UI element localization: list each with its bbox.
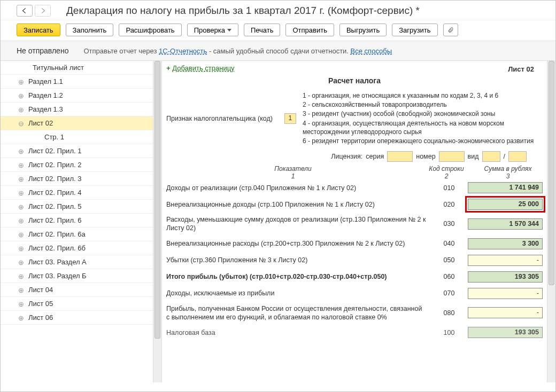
status-bar: Не отправлено Отправьте отчет через 1С-О… [1,41,555,61]
nav-back-button[interactable] [17,5,33,17]
send-button[interactable]: Отправить [285,23,334,36]
tree-item-label: Лист 02. Прил. 4 [28,189,81,197]
expand-icon[interactable]: ⊕ [18,231,24,238]
expand-icon[interactable]: ⊕ [18,315,24,321]
nav-forward-button[interactable] [35,5,51,17]
tree-item-label: Лист 02. Прил. 5 [28,202,81,210]
section-title: Расчет налога [166,76,543,85]
expand-icon[interactable]: ⊕ [18,162,24,168]
tree-item[interactable]: ⊕Лист 02. Прил. 3 [1,172,161,186]
row-code: 060 [430,273,468,280]
main-scrollbar[interactable] [547,61,555,382]
main-panel: + Добавить страницу Лист 02 Расчет налог… [162,61,555,382]
title-bar: Декларация по налогу на прибыль за 1 ква… [1,1,555,20]
attach-button[interactable] [443,23,458,36]
amount-cell[interactable]: 193 305 [468,327,543,338]
link-1c[interactable]: 1С-Отчетность [159,47,207,55]
amount-cell[interactable]: 25 000 [468,199,543,210]
check-button[interactable]: Проверка [187,23,238,36]
data-row: Налоговая база100193 305 [166,327,543,338]
row-code: 030 [430,220,468,228]
tree-scrollbar[interactable] [153,61,161,382]
expand-icon[interactable]: ⊕ [18,79,24,85]
expand-icon[interactable]: ⊕ [18,273,24,279]
amount-cell[interactable]: 1 741 949 [468,182,543,193]
license-number-cell[interactable] [439,151,465,162]
expand-icon[interactable]: ⊕ [18,190,24,196]
data-row: Убытки (стр.360 Приложения № 3 к Листу 0… [166,255,543,266]
tree-item-label: Лист 02. Прил. 1 [28,147,81,155]
status-label: Не отправлено [17,46,68,55]
tree-item[interactable]: ⊕Лист 02. Прил. 4 [1,186,161,200]
expand-icon[interactable]: ⊕ [18,106,24,113]
row-label: Прибыль, полученная Банком России от осу… [166,304,430,322]
tree-item[interactable]: ⊕Раздел 1.2 [1,89,161,103]
print-button[interactable]: Печать [244,23,281,36]
expand-icon[interactable] [22,65,28,71]
add-page: + Добавить страницу [166,64,543,72]
export-button[interactable]: Выгрузить [339,23,387,36]
tree-item[interactable]: ⊕Лист 02. Прил. 5 [1,200,161,214]
row-code: 040 [430,240,468,247]
tree-item[interactable]: ⊕Лист 02. Прил. 6б [1,241,161,255]
row-code: 080 [430,309,468,317]
license-series-cell[interactable] [387,151,413,162]
expand-icon[interactable]: ⊕ [18,203,24,210]
amount-cell[interactable]: 193 305 [468,271,543,283]
row-code: 020 [430,201,468,208]
tree-item-label: Лист 02 [28,119,53,127]
import-button[interactable]: Загрузить [392,23,437,36]
expand-icon[interactable]: ⊕ [18,148,24,154]
tree-list: Титульный лист⊕Раздел 1.1⊕Раздел 1.2⊕Раз… [1,61,161,325]
expand-icon[interactable] [22,134,28,140]
row-label: Внереализационные доходы (стр.100 Прилож… [166,200,430,209]
row-code: 100 [430,329,468,336]
row-label: Внереализационные расходы (стр.200+стр.3… [166,239,430,248]
tree-item[interactable]: ⊕Лист 02. Прил. 6а [1,228,161,241]
sheet-number: Лист 02 [508,65,534,73]
expand-icon[interactable]: ⊕ [18,301,24,307]
add-page-link[interactable]: Добавить страницу [172,64,234,72]
tree-item[interactable]: ⊕Лист 05 [1,297,161,311]
decode-button[interactable]: Расшифровать [119,23,181,36]
amount-cell[interactable]: - [468,255,543,266]
tree-item-label: Лист 02. Прил. 6а [28,230,86,238]
tree-item[interactable]: ⊕Лист 03. Раздел А [1,255,161,269]
tree-item[interactable]: ⊕Раздел 1.1 [1,75,161,89]
fill-button[interactable]: Заполнить [66,23,114,36]
expand-icon[interactable]: ⊕ [18,217,24,224]
license-type2-cell[interactable] [508,151,527,162]
expand-icon[interactable]: ⊕ [18,176,24,182]
tree-item[interactable]: ⊕Лист 02. Прил. 6 [1,214,161,228]
expand-icon[interactable]: ⊕ [18,287,24,293]
license-row: Лицензия: серия номер вид / [166,151,527,162]
amount-cell[interactable]: 3 300 [468,238,543,249]
expand-icon[interactable]: ⊕ [18,92,24,99]
expand-icon[interactable]: ⊕ [18,259,24,265]
tree-item[interactable]: ⊖Лист 02 [1,116,161,130]
tree-item[interactable]: ⊕Раздел 1.3 [1,103,161,116]
plus-icon: + [166,64,171,72]
tree-item[interactable]: ⊕Лист 02. Прил. 1 [1,144,161,158]
tree-item-label: Лист 04 [28,286,53,294]
license-type-cell[interactable] [482,151,500,162]
amount-cell[interactable]: - [468,307,543,318]
tree-item[interactable]: Титульный лист [1,61,161,75]
tree-item-label: Лист 02. Прил. 6 [28,216,81,224]
data-row: Доходы от реализации (стр.040 Приложения… [166,182,543,193]
amount-cell[interactable]: - [468,288,543,299]
link-all-ways[interactable]: Все способы [351,47,392,55]
taxpayer-code-cell[interactable]: 1 [284,113,296,124]
tree-item[interactable]: ⊕Лист 04 [1,283,161,297]
expand-icon[interactable]: ⊕ [18,245,24,252]
amount-cell[interactable]: 1 570 344 [468,218,543,230]
tree-item[interactable]: ⊕Лист 02. Прил. 2 [1,158,161,172]
data-row: Внереализационные расходы (стр.200+стр.3… [166,238,543,249]
tree-item[interactable]: ⊕Лист 06 [1,311,161,325]
data-row: Доходы, исключаемые из прибыли070- [166,288,543,299]
tree-item[interactable]: Стр. 1 [1,130,161,144]
save-button[interactable]: Записать [17,23,60,36]
expand-icon[interactable]: ⊖ [18,120,24,127]
row-label: Налоговая база [166,328,430,337]
tree-item[interactable]: ⊕Лист 03. Раздел Б [1,269,161,283]
